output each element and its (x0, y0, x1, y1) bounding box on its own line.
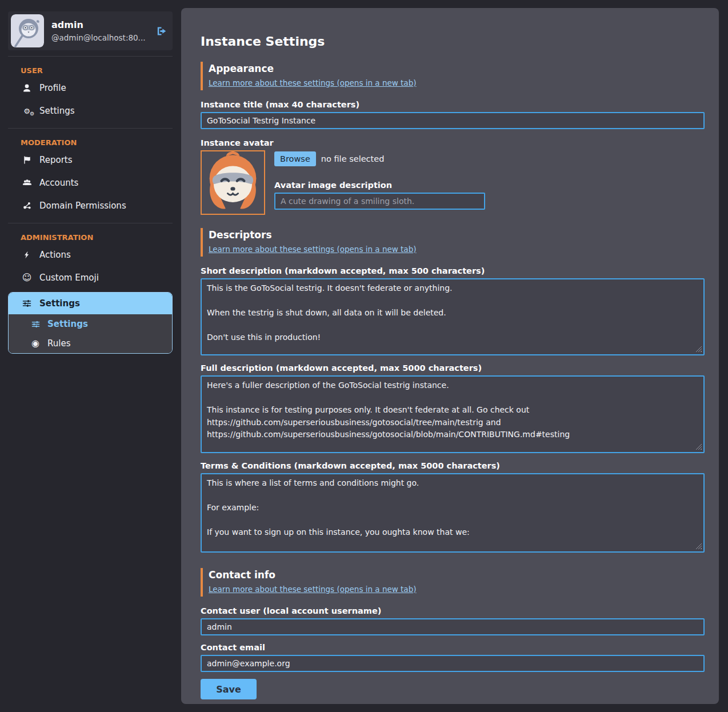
sidebar-item-label: Settings (39, 298, 80, 309)
user-handle: @admin@localhost:80... (51, 33, 149, 42)
sidebar-section-moderation-label: MODERATION (8, 134, 173, 149)
user-name: admin (51, 19, 149, 30)
sidebar-settings-submenu: Settings ◉ Rules (9, 314, 172, 353)
appearance-section-header: Appearance Learn more about these settin… (201, 62, 705, 90)
sidebar-item-custom-emoji[interactable]: ☺ Custom Emoji (8, 266, 173, 289)
sidebar-item-label: Settings (39, 106, 75, 116)
terms-textarea[interactable]: This is where a list of terms and condit… (201, 473, 705, 553)
sign-out-icon[interactable] (156, 26, 167, 36)
descriptors-heading: Descriptors (209, 229, 705, 241)
dot-circle-icon: ◉ (30, 339, 41, 348)
sidebar-item-admin-settings[interactable]: Settings (9, 293, 172, 314)
avatar-description-input[interactable] (274, 193, 485, 210)
smiley-icon: ☺ (22, 273, 32, 282)
sidebar-subitem-settings[interactable]: Settings (9, 314, 172, 334)
sidebar: admin @admin@localhost:80... USER Profil… (8, 11, 173, 354)
sidebar-item-label: Reports (39, 155, 73, 165)
appearance-heading: Appearance (209, 63, 705, 74)
sidebar-divider (8, 128, 173, 129)
sidebar-subitem-label: Settings (47, 319, 88, 329)
appearance-learn-more-link[interactable]: Learn more about these settings (opens i… (209, 78, 416, 87)
sidebar-item-reports[interactable]: Reports (8, 149, 173, 171)
full-description-wrap: Here's a fuller description of the GoToS… (201, 375, 705, 453)
sidebar-item-user-settings[interactable]: ⚙⚙ Settings (8, 99, 173, 122)
gotosocial-admin-page: admin @admin@localhost:80... USER Profil… (0, 0, 728, 712)
avatar-description-label: Avatar image description (274, 181, 705, 190)
contact-user-label: Contact user (local account username) (201, 606, 705, 615)
contact-user-input[interactable] (201, 618, 705, 635)
share-nodes-icon (22, 201, 32, 210)
sidebar-section-administration-label: ADMINISTRATION (8, 229, 173, 243)
sidebar-divider (8, 223, 173, 223)
page-title: Instance Settings (201, 34, 705, 49)
sidebar-settings-group: Settings Settings ◉ Rules (8, 292, 173, 354)
save-button[interactable]: Save (201, 679, 257, 699)
sidebar-item-label: Domain Permissions (39, 201, 126, 211)
contact-section-header: Contact info Learn more about these sett… (201, 568, 705, 597)
users-icon (22, 178, 32, 187)
instance-title-label: Instance title (max 40 characters) (201, 100, 705, 109)
descriptors-section-header: Descriptors Learn more about these setti… (201, 228, 705, 257)
instance-avatar-image[interactable] (201, 150, 265, 215)
full-description-textarea[interactable]: Here's a fuller description of the GoToS… (201, 375, 705, 453)
flag-icon (22, 155, 32, 165)
sidebar-subitem-rules[interactable]: ◉ Rules (9, 334, 172, 353)
contact-learn-more-link[interactable]: Learn more about these settings (opens i… (209, 585, 416, 594)
sliders-icon (22, 299, 32, 308)
sidebar-item-label: Profile (39, 83, 66, 93)
full-description-label: Full description (markdown accepted, max… (201, 363, 705, 373)
short-description-wrap: This is the GoToSocial testrig. It doesn… (201, 278, 705, 355)
bolt-icon (22, 250, 32, 259)
contact-heading: Contact info (209, 569, 705, 581)
browse-button[interactable]: Browse (274, 151, 316, 166)
instance-avatar-row: Browse no file selected Avatar image des… (201, 150, 705, 215)
user-info: admin @admin@localhost:80... (51, 19, 149, 42)
sidebar-subitem-label: Rules (47, 338, 70, 349)
short-description-textarea[interactable]: This is the GoToSocial testrig. It doesn… (201, 278, 705, 355)
sidebar-item-label: Actions (39, 250, 71, 260)
instance-settings-panel: Instance Settings Appearance Learn more … (181, 8, 719, 704)
terms-label: Terms & Conditions (markdown accepted, m… (201, 461, 705, 470)
terms-wrap: This is where a list of terms and condit… (201, 473, 705, 553)
sidebar-item-accounts[interactable]: Accounts (8, 171, 173, 194)
short-description-label: Short description (markdown accepted, ma… (201, 266, 705, 275)
sidebar-item-actions[interactable]: Actions (8, 243, 173, 266)
sidebar-item-label: Accounts (39, 178, 78, 188)
sidebar-item-profile[interactable]: Profile (8, 77, 173, 99)
sidebar-section-user-label: USER (8, 62, 173, 77)
sidebar-divider (8, 56, 173, 57)
descriptors-learn-more-link[interactable]: Learn more about these settings (opens i… (209, 245, 416, 254)
user-icon (22, 83, 32, 93)
instance-avatar-controls: Browse no file selected Avatar image des… (274, 150, 705, 210)
instance-title-input[interactable] (201, 112, 705, 129)
contact-email-label: Contact email (201, 643, 705, 652)
sidebar-item-domain-permissions[interactable]: Domain Permissions (8, 194, 173, 217)
file-status-text: no file selected (321, 154, 385, 163)
contact-email-input[interactable] (201, 655, 705, 672)
instance-avatar-label: Instance avatar (201, 138, 705, 147)
file-picker-row: Browse no file selected (274, 151, 705, 166)
sliders-icon (30, 320, 41, 329)
user-avatar-sloth (11, 14, 44, 47)
user-card[interactable]: admin @admin@localhost:80... (8, 11, 173, 50)
gears-icon: ⚙⚙ (22, 107, 32, 115)
sidebar-item-label: Custom Emoji (39, 273, 99, 283)
